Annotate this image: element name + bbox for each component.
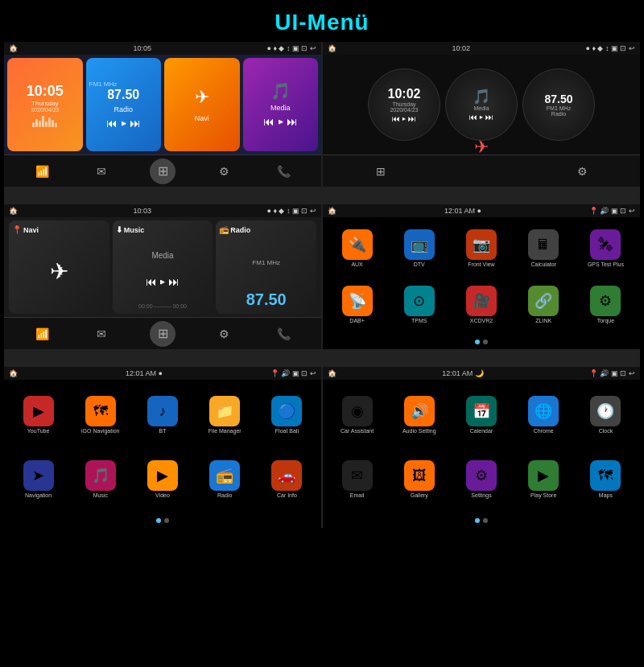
apps-button[interactable]: ⊞ [150,159,175,184]
message-icon[interactable]: ✉ [90,160,113,183]
app-igo-navigation[interactable]: 🗺iGO Navigation [71,385,130,446]
panel-circular-widgets: 🏠 10:02 ● ♦ ◆ ↕ ▣ ⊡ ↩ 10:02 Thursday 202… [323,42,640,187]
cw-radio[interactable]: 87.50 FM1 MHz Radio [522,68,595,141]
main-grid: 🏠 10:05 ● ♦ ◆ ↕ ▣ ⊡ ↩ 10:05 Thursday 202… [4,42,640,528]
app-torque[interactable]: ⚙Torque [576,278,635,331]
app-audio-setting[interactable]: 🔊Audio Setting [390,385,448,446]
app-label: XCDVR2 [470,318,493,324]
app-dtv[interactable]: 📺DTV [390,222,448,275]
msg-p3[interactable]: ✉ [90,323,113,345]
statusbar-p5: 🏠 12:01 AM ● 📍 🔊 ▣ ⊡ ↩ [4,367,321,380]
statusbar-p1: 🏠 10:05 ● ♦ ◆ ↕ ▣ ⊡ ↩ [4,42,321,55]
apps-p3[interactable]: ⊞ [150,321,175,347]
app-car-info[interactable]: 🚗Car Info [258,449,316,510]
phone-icon[interactable]: 📞 [272,160,295,183]
phone-p3[interactable]: 📞 [272,323,295,345]
app-tpms[interactable]: ⊙TPMS [390,278,448,331]
app-chrome[interactable]: 🌐Chrome [514,385,573,446]
app-icon-igo-navigation: 🗺 [85,396,116,426]
app-bt[interactable]: ♪BT [133,385,192,446]
app-icon-calendar: 📅 [466,396,497,426]
wifi-icon[interactable]: 📶 [31,160,53,183]
app-label: DAB+ [349,318,364,324]
app-label: Front View [468,261,494,268]
app-label: TPMS [411,318,427,324]
panel-home-cards: 🏠 10:05 ● ♦ ◆ ↕ ▣ ⊡ ↩ 10:05 Thursday 202… [4,42,321,187]
app-icon-video: ▶ [147,460,178,491]
app-icon-play-store: ▶ [528,460,559,491]
app-icon-youtube: ▶ [23,396,54,426]
app-maps[interactable]: 🗺Maps [576,449,635,510]
settings-btn-p2[interactable]: ⚙ [571,160,593,183]
app-icon-maps: 🗺 [590,460,621,491]
apps-grid-p6: ◉Car Assistant🔊Audio Setting📅Calendar🌐Ch… [323,380,640,515]
app-icon-chrome: 🌐 [528,396,559,426]
apps-grid-p5: ▶YouTube🗺iGO Navigation♪BT📁File Manager🔵… [4,380,321,515]
app-clock[interactable]: 🕐Clock [576,385,635,446]
app-gallery[interactable]: 🖼Gallery [390,449,448,510]
app-gps-test-plus[interactable]: 🛰GPS Test Plus [576,222,635,275]
settings-p3[interactable]: ⚙ [213,323,235,345]
app-float-ball[interactable]: 🔵Float Ball [258,385,316,446]
app-aux[interactable]: 🔌AUX [328,222,386,275]
app-label: Audio Setting [402,428,436,434]
app-music[interactable]: 🎵Music [71,449,130,510]
app-youtube[interactable]: ▶YouTube [9,385,68,446]
panel-app-icons-3: 🏠 12:01 AM 🌙 📍 🔊 ▣ ⊡ ↩ ◉Car Assistant🔊Au… [323,367,640,528]
app-icon-car-info: 🚗 [271,460,302,491]
apps-btn-p2[interactable]: ⊞ [369,160,392,183]
widget-music[interactable]: ⬇ Music Media ⏮ ▶ ⏭ 00:00 ——— 00:00 [113,220,213,314]
cw-clock[interactable]: 10:02 Thursday 2020/04/23 ⏮ ▶ ⏭ [368,68,440,141]
app-dab+[interactable]: 📡DAB+ [328,278,386,331]
card-media[interactable]: 🎵 Media ⏮ ▶ ⏭ [243,58,319,151]
app-icon-xcdvr2: 🎥 [466,286,497,316]
dots-p4 [323,336,640,348]
app-email[interactable]: ✉Email [328,449,386,510]
app-label: DTV [414,261,425,268]
app-label: Radio [217,492,232,499]
panel-app-icons-1: 🏠 12:01 AM ● 📍 🔊 ▣ ⊡ ↩ 🔌AUX📺DTV📷Front Vi… [323,204,640,349]
card-clock[interactable]: 10:05 Thursday 2020/04/23 [7,58,83,151]
nav-bar-p1: 📶 ✉ ⊞ ⚙ 📞 [4,154,321,187]
app-icon-front-view: 📷 [466,229,497,260]
app-xcdvr2[interactable]: 🎥XCDVR2 [452,278,510,331]
card-navi[interactable]: ✈ Navi [164,58,240,151]
app-calendar[interactable]: 📅Calendar [452,385,510,446]
app-label: Email [350,492,365,499]
app-icon-radio: 📻 [209,460,240,491]
app-label: File Manager [208,428,242,434]
app-front-view[interactable]: 📷Front View [452,222,510,275]
dots-p6 [323,515,640,526]
nav-bar-p3: 📶 ✉ ⊞ ⚙ 📞 [4,317,321,349]
app-calculator[interactable]: 🖩Calculator [514,222,573,275]
app-label: Car Assistant [341,428,374,434]
app-navigation[interactable]: ➤Navigation [9,449,68,510]
app-settings[interactable]: ⚙Settings [452,449,510,510]
app-file-manager[interactable]: 📁File Manager [196,385,254,446]
widget-radio[interactable]: 📻 Radio FM1 MHz 87.50 [216,220,316,314]
app-label: GPS Test Plus [588,261,624,268]
app-zlink[interactable]: 🔗ZLINK [514,278,573,331]
cw-media[interactable]: 🎵 Media ⏮ ▶ ⏭ [445,68,518,141]
app-label: Clock [599,428,613,434]
app-label: Chrome [534,428,554,434]
app-label: Video [155,492,170,499]
app-icon-aux: 🔌 [342,229,373,260]
card-radio[interactable]: FM1 MHz 87.50 Radio ⏮ ▶ ⏭ [86,58,162,151]
app-play-store[interactable]: ▶Play Store [514,449,573,510]
statusbar-p2: 🏠 10:02 ● ♦ ◆ ↕ ▣ ⊡ ↩ [323,42,640,55]
wifi-p3[interactable]: 📶 [31,323,53,345]
app-radio[interactable]: 📻Radio [196,449,254,510]
app-icon-tpms: ⊙ [404,286,435,316]
nav-arrow: ✈ [474,137,489,158]
app-video[interactable]: ▶Video [133,449,192,510]
app-icon-clock: 🕐 [590,396,621,426]
widget-navi[interactable]: 📍 Navi ✈ [9,220,109,314]
app-label: Gallery [411,492,428,499]
settings-icon[interactable]: ⚙ [213,160,235,183]
app-label: Car Info [277,492,297,499]
app-label: Float Ball [275,428,299,434]
app-car-assistant[interactable]: ◉Car Assistant [328,385,386,446]
app-label: Play Store [530,492,556,499]
apps-grid-p4: 🔌AUX📺DTV📷Front View🖩Calculator🛰GPS Test … [323,217,640,336]
